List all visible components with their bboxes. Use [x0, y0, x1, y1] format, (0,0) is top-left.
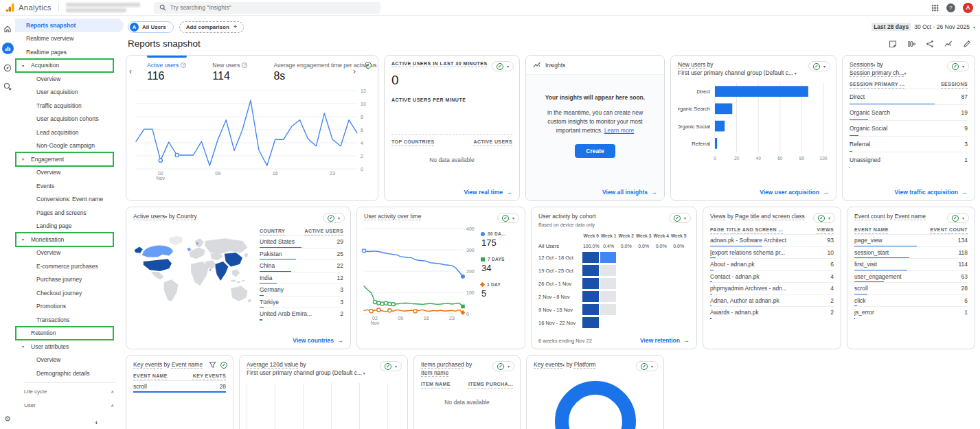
date-range-picker[interactable]: Last 28 days 30 Oct - 26 Nov 2025 ▾	[871, 23, 975, 31]
data-quality-badge[interactable]: ✓ ▾	[636, 361, 658, 371]
sidebar-item-reports-snapshot[interactable]: Reports snapshot	[15, 19, 124, 32]
chevron-down-icon: ▾	[828, 216, 830, 220]
reports-icon[interactable]	[2, 43, 14, 54]
help-icon[interactable]: ?	[946, 3, 955, 12]
filter-icon[interactable]	[209, 361, 216, 369]
data-quality-badge[interactable]: ✓ ▾	[669, 213, 691, 223]
sidebar-item-overview[interactable]: Overview	[15, 353, 124, 367]
sidebar-item-overview[interactable]: Overview	[15, 166, 124, 180]
sidebar-item-realtime-overview[interactable]: Realtime overview	[15, 32, 124, 46]
sidebar-item-retention[interactable]: Retention	[15, 327, 124, 340]
analytics-logo[interactable]: Analytics	[5, 3, 52, 12]
create-insight-button[interactable]: Create	[575, 144, 615, 158]
sidebar-item-e-commerce-purchases[interactable]: E-commerce purchases	[15, 259, 124, 273]
edit-icon[interactable]	[963, 40, 971, 48]
data-quality-badge[interactable]: ✓ ▾	[497, 213, 519, 223]
chevron-down-icon[interactable]: ▾	[904, 71, 906, 76]
view-all-insights-link[interactable]: View all insights→	[602, 189, 657, 196]
check-icon: ✓	[813, 63, 820, 70]
sidebar-item-promotions[interactable]: Promotions	[15, 300, 124, 314]
sidebar-item-overview[interactable]: Overview	[15, 246, 124, 260]
view-user-acquisition-link[interactable]: View user acquisition→	[760, 189, 829, 196]
apps-grid-icon[interactable]	[931, 4, 939, 12]
avatar[interactable]: A	[963, 3, 973, 13]
account-property-selector[interactable]	[66, 3, 141, 12]
sidebar-item-realtime-pages[interactable]: Realtime pages	[15, 45, 124, 59]
sidebar-item-engagement[interactable]: ▾Engagement	[15, 152, 124, 166]
chevron-down-icon[interactable]: ▾	[793, 71, 797, 76]
chevron-down-icon[interactable]: ▾	[165, 215, 167, 219]
data-quality-icon[interactable]: ✓	[220, 362, 227, 369]
chevron-down-icon[interactable]: ▾	[362, 371, 365, 375]
table-header-row: EVENT NAMEKEY EVENTS	[133, 371, 226, 380]
sidebar-item-overview[interactable]: Overview	[15, 72, 124, 86]
sidebar-item-user-acquisition-cohorts[interactable]: User acquisition cohorts	[15, 113, 124, 126]
view-retention-link[interactable]: View retention→	[640, 337, 690, 344]
audience-chip[interactable]: A All Users	[128, 21, 174, 33]
page-notes-icon[interactable]	[889, 40, 897, 48]
view-countries-link[interactable]: View countries→	[293, 337, 343, 344]
advertising-icon[interactable]	[3, 82, 12, 91]
svg-text:16: 16	[273, 171, 278, 176]
sidebar-section-user[interactable]: User∧	[15, 399, 124, 413]
previous-metrics-button[interactable]: ‹	[129, 67, 132, 76]
search-input[interactable]	[170, 4, 375, 11]
top-countries-table: TOP COUNTRIESACTIVE USERS	[385, 135, 519, 146]
sidebar-item-conversions-event-name[interactable]: Conversions: Event name	[15, 193, 124, 207]
admin-gear-icon[interactable]: ⚙	[4, 415, 11, 424]
chevron-down-icon[interactable]: ▾	[874, 63, 876, 67]
learn-more-link[interactable]: Learn more	[604, 127, 634, 134]
series-square-icon	[481, 257, 485, 262]
svg-text:4: 4	[361, 141, 363, 146]
data-quality-badge[interactable]: ✓ ▾	[323, 213, 345, 223]
home-icon[interactable]	[3, 24, 12, 34]
svg-text:8: 8	[361, 115, 363, 119]
analytics-logo-icon	[5, 3, 15, 12]
data-quality-badge[interactable]: ✓ ▾	[813, 213, 835, 223]
next-metrics-button[interactable]: ›	[353, 67, 356, 76]
sidebar-item-monetisation[interactable]: ▾Monetisation	[15, 233, 124, 246]
data-quality-badge[interactable]: ✓ ▾	[492, 61, 514, 71]
table-row: session_start118	[854, 246, 968, 259]
sidebar-item-lead-acquisition[interactable]: Lead acquisition	[15, 126, 124, 139]
bar-referral	[715, 138, 717, 149]
data-quality-badge[interactable]: ✓ ▾	[947, 61, 969, 71]
insights-icon[interactable]	[944, 40, 953, 48]
sessions-table: SESSION PRIMARY ...SESSIONSDirect87Organ…	[843, 78, 975, 167]
arrow-right-icon: →	[823, 189, 829, 196]
compare-icon[interactable]	[907, 40, 915, 48]
sidebar-section-life-cycle[interactable]: Life cycle∧	[15, 385, 124, 399]
sidebar-item-transactions[interactable]: Transactions	[15, 313, 124, 327]
view-traffic-acquisition-link[interactable]: View traffic acquisition→	[895, 189, 968, 196]
add-comparison-button[interactable]: Add comparison +	[179, 21, 244, 33]
table-row: Pakistan25	[260, 248, 343, 260]
data-quality-badge[interactable]: ✓ ▾	[947, 213, 969, 223]
sidebar-item-acquisition[interactable]: ▾Acquisition	[15, 59, 124, 73]
sidebar-item-non-google-campaign[interactable]: Non-Google campaign	[15, 139, 124, 153]
data-quality-badge[interactable]: ✓ ▾	[380, 361, 402, 371]
sidebar-item-traffic-acquisition[interactable]: Traffic acquisition	[15, 99, 124, 113]
search-bar[interactable]	[154, 2, 380, 14]
sidebar-item-pages-and-screens[interactable]: Pages and screens	[15, 206, 124, 220]
collapse-sidebar-icon[interactable]: ‹	[95, 419, 98, 426]
view-real-time-link[interactable]: View real time→	[464, 189, 512, 196]
explore-icon[interactable]	[3, 63, 12, 73]
sidebar-item-purchase-journey[interactable]: Purchase journey	[15, 273, 124, 287]
table-header-row: SESSION PRIMARY ...SESSIONS	[850, 79, 968, 89]
share-icon[interactable]	[926, 40, 934, 48]
data-quality-badge[interactable]: ✓ ▾	[808, 61, 830, 71]
card-title: ACTIVE USERS IN LAST 30 MINUTES	[391, 61, 488, 66]
sidebar-item-events[interactable]: Events	[15, 179, 124, 193]
sidebar-item-user-acquisition[interactable]: User acquisition	[15, 86, 124, 100]
sidebar-item-landing-page[interactable]: Landing page	[15, 220, 124, 233]
tab-active-users[interactable]: Active users? 116	[147, 62, 186, 82]
tab-new-users[interactable]: New users? 114	[212, 62, 247, 82]
sidebar-item-user-attributes[interactable]: ▾User attributes	[15, 340, 124, 353]
sidebar-item-checkout-journey[interactable]: Checkout journey	[15, 286, 124, 300]
chevron-down-icon[interactable]: ▾	[562, 363, 565, 367]
collapse-chevron-icon: ∧	[111, 403, 114, 408]
data-quality-badge[interactable]: ✓ ▾	[492, 361, 514, 371]
sidebar-item-demographic-details[interactable]: Demographic details	[15, 367, 124, 380]
data-quality-icon[interactable]: ✓	[365, 62, 372, 69]
tab-avg-engagement-time[interactable]: Average engagement time per active us 8s	[273, 62, 376, 82]
